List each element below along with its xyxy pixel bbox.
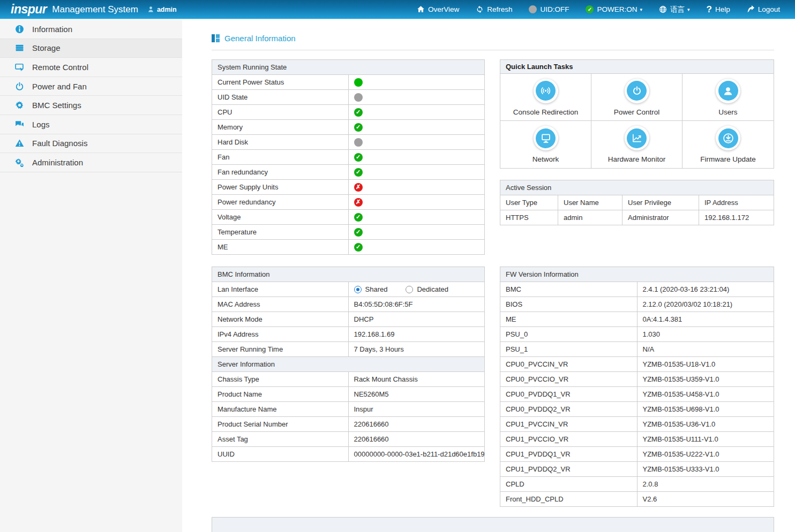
field-label: CPU0_PVDDQ1_VR <box>500 387 638 402</box>
table-row: Memory✓ <box>212 120 485 135</box>
users-icon <box>716 79 740 103</box>
radio-label: Shared <box>365 285 388 293</box>
quick-task-firmware-update[interactable]: Firmware Update <box>682 121 774 168</box>
sidebar-item-label: Information <box>32 25 72 34</box>
table-row: CPU1_PVDDQ2_VRYZMB-01535-U333-V1.0 <box>500 462 774 477</box>
sidebar-item-power-and-fan[interactable]: Power and Fan <box>0 77 182 96</box>
sidebar-item-logs[interactable]: Logs <box>0 115 182 134</box>
radio-icon <box>354 286 362 293</box>
sidebar-item-bmc-settings[interactable]: BMC Settings <box>0 96 182 115</box>
sidebar-item-administration[interactable]: Administration <box>0 153 182 172</box>
field-value: YZMB-01535-U333-V1.0 <box>637 462 774 477</box>
fw-info-body: BMC2.4.1 (2020-03-16 23:21:04)BIOS2.12.0… <box>500 282 774 507</box>
state-label: Power Supply Units <box>212 180 349 195</box>
quick-task-label: Users <box>718 108 737 116</box>
sidebar-item-label: Power and Fan <box>32 82 87 91</box>
status-error-icon: ✗ <box>354 198 363 207</box>
quick-launch-panel: Quick Launch Tasks Console RedirectionPo… <box>500 59 774 169</box>
lan-dedicated-radio[interactable]: Dedicated <box>406 285 448 293</box>
page-title: General Information <box>224 34 296 43</box>
radio-label: Dedicated <box>417 285 448 293</box>
field-label: BMC <box>500 282 638 297</box>
table-row: Manufacture NameInspur <box>212 402 485 417</box>
field-value: YZMB-01535-U18-V1.0 <box>637 357 774 372</box>
lan-shared-radio[interactable]: Shared <box>354 285 388 293</box>
info-icon <box>14 25 25 34</box>
table-row: Fan redundancy✓ <box>212 165 485 180</box>
field-label: Product Name <box>212 387 349 402</box>
server-info-table: Server Information Chassis TypeRack Moun… <box>212 356 485 462</box>
state-value: ✗ <box>348 180 485 195</box>
field-label: CPU1_PVCCIO_VR <box>500 432 638 447</box>
field-label: CPU1_PVCCIN_VR <box>500 417 638 432</box>
state-value: ✓ <box>348 165 485 180</box>
table-row: PSU_01.030 <box>500 327 774 342</box>
quick-task-console-redirection[interactable]: Console Redirection <box>500 74 591 121</box>
field-label: CPU1_PVDDQ2_VR <box>500 462 638 477</box>
table-row: ME✓ <box>212 240 485 255</box>
field-value: 220616660 <box>348 417 485 432</box>
field-value: Inspur <box>348 402 485 417</box>
table-row: BMC2.4.1 (2020-03-16 23:21:04) <box>500 282 774 297</box>
remote-control-icon <box>14 63 25 72</box>
field-label: PSU_1 <box>500 342 638 357</box>
quick-task-label: Power Control <box>614 108 660 116</box>
status-ok-icon: ✓ <box>354 123 363 132</box>
field-value: 2.0.8 <box>637 477 774 492</box>
help-icon: ? <box>707 4 712 15</box>
power-control-icon <box>625 79 649 103</box>
uid-status-icon <box>529 5 537 13</box>
quick-task-label: Console Redirection <box>513 108 579 116</box>
sidebar-item-storage[interactable]: Storage <box>0 39 182 58</box>
nav-item-refresh[interactable]: Refresh <box>476 5 512 13</box>
table-row: Product NameNE5260M5 <box>212 387 485 402</box>
state-label: UID State <box>212 90 349 105</box>
field-label: CPU0_PVCCIO_VR <box>500 372 638 387</box>
nav-item-label: POWER:ON <box>597 5 637 13</box>
field-value: YZMB-01535-U36-V1.0 <box>637 417 774 432</box>
section-title: Active Session <box>500 180 774 195</box>
state-label: Hard Disk <box>212 135 349 150</box>
gear-icon <box>14 101 25 110</box>
quick-task-users[interactable]: Users <box>682 74 774 121</box>
sidebar-item-label: Fault Diagnosis <box>32 139 87 148</box>
state-label: Fan <box>212 150 349 165</box>
session-cell: admin <box>558 210 622 225</box>
hardware-monitor-icon <box>625 126 649 150</box>
nav-item-label: Help <box>715 5 730 13</box>
table-row: CPU1_PVCCIN_VRYZMB-01535-U36-V1.0 <box>500 417 774 432</box>
sidebar-item-fault-diagnosis[interactable]: Fault Diagnosis <box>0 134 182 154</box>
admin-gears-icon <box>14 158 25 167</box>
field-value: 2.12.0 (2020/03/02 10:18:21) <box>637 297 774 312</box>
next-section-header-partial <box>212 517 774 532</box>
field-value: 2.4.1 (2020-03-16 23:21:04) <box>637 282 774 297</box>
status-ok-icon: ✓ <box>354 243 363 252</box>
sidebar-item-information[interactable]: Information <box>0 20 182 39</box>
status-ok-icon: ✓ <box>354 228 363 237</box>
nav-item-power[interactable]: ✓POWER:ON▾ <box>586 5 642 13</box>
table-row: Server Running Time7 Days, 3 Hours <box>212 342 485 357</box>
nav-item-uid[interactable]: UID:OFF <box>529 5 569 13</box>
field-label: Front_HDD_CPLD <box>500 492 638 507</box>
status-ok-icon: ✓ <box>354 213 363 222</box>
field-value: YZMB-01535-U458-V1.0 <box>637 387 774 402</box>
quick-task-network[interactable]: Network <box>500 121 591 168</box>
warning-icon <box>14 139 25 148</box>
page-header: General Information <box>212 20 774 43</box>
quick-task-hardware-monitor[interactable]: Hardware Monitor <box>591 121 682 168</box>
sidebar-item-remote-control[interactable]: Remote Control <box>0 58 182 77</box>
table-row: Asset Tag220616660 <box>212 432 485 447</box>
tiles-icon <box>212 34 220 42</box>
nav-item-help[interactable]: ?Help <box>707 4 730 15</box>
quick-task-power-control[interactable]: Power Control <box>591 74 682 121</box>
table-row: Front_HDD_CPLDV2.6 <box>500 492 774 507</box>
table-row: CPU0_PVDDQ1_VRYZMB-01535-U458-V1.0 <box>500 387 774 402</box>
section-title: Server Information <box>212 357 485 372</box>
table-row: UUID00000000-0000-03e1-b211-d21d60e1fb19 <box>212 447 485 462</box>
nav-item-logout[interactable]: Logout <box>747 5 780 13</box>
nav-item-overview[interactable]: OverView <box>417 5 459 13</box>
storage-icon <box>14 43 25 52</box>
nav-item-language[interactable]: 语言▾ <box>659 5 690 14</box>
field-label: Manufacture Name <box>212 402 349 417</box>
right-top-stack: Quick Launch Tasks Console RedirectionPo… <box>500 59 774 255</box>
